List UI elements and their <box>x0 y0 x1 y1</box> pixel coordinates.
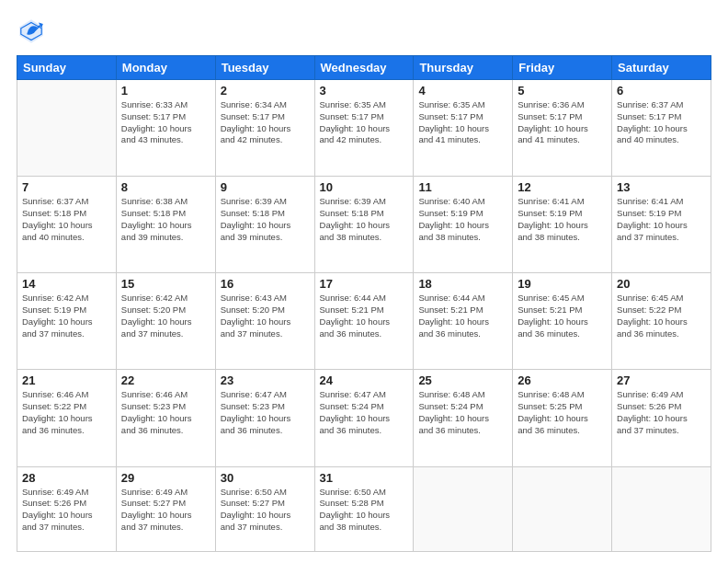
day-number: 4 <box>418 84 507 98</box>
calendar-cell: 27Sunrise: 6:49 AM Sunset: 5:26 PM Dayli… <box>612 370 711 466</box>
day-number: 16 <box>221 277 310 291</box>
day-number: 31 <box>320 471 409 485</box>
calendar-week-3: 14Sunrise: 6:42 AM Sunset: 5:19 PM Dayli… <box>17 273 711 370</box>
day-number: 18 <box>418 277 507 291</box>
day-info: Sunrise: 6:33 AM Sunset: 5:17 PM Dayligh… <box>121 99 210 146</box>
calendar-cell: 23Sunrise: 6:47 AM Sunset: 5:23 PM Dayli… <box>215 370 314 466</box>
day-info: Sunrise: 6:41 AM Sunset: 5:19 PM Dayligh… <box>518 196 607 243</box>
calendar-cell: 13Sunrise: 6:41 AM Sunset: 5:19 PM Dayli… <box>612 177 711 273</box>
day-number: 5 <box>518 84 607 98</box>
calendar-cell: 22Sunrise: 6:46 AM Sunset: 5:23 PM Dayli… <box>116 370 215 466</box>
day-number: 20 <box>617 277 706 291</box>
day-info: Sunrise: 6:48 AM Sunset: 5:25 PM Dayligh… <box>518 389 607 436</box>
calendar-cell: 30Sunrise: 6:50 AM Sunset: 5:27 PM Dayli… <box>215 466 314 551</box>
day-info: Sunrise: 6:48 AM Sunset: 5:24 PM Dayligh… <box>418 389 507 436</box>
day-number: 2 <box>221 84 310 98</box>
calendar-cell: 11Sunrise: 6:40 AM Sunset: 5:19 PM Dayli… <box>414 177 513 273</box>
day-number: 6 <box>617 84 706 98</box>
calendar-header-thursday: Thursday <box>414 56 513 80</box>
calendar-header-row: SundayMondayTuesdayWednesdayThursdayFrid… <box>17 56 711 80</box>
day-number: 26 <box>518 373 607 387</box>
calendar-cell: 9Sunrise: 6:39 AM Sunset: 5:18 PM Daylig… <box>215 177 314 273</box>
day-number: 17 <box>320 277 409 291</box>
calendar-cell: 15Sunrise: 6:42 AM Sunset: 5:20 PM Dayli… <box>116 273 215 370</box>
day-number: 28 <box>22 471 111 485</box>
day-number: 21 <box>22 373 111 387</box>
day-number: 1 <box>121 84 210 98</box>
day-info: Sunrise: 6:44 AM Sunset: 5:21 PM Dayligh… <box>320 293 409 339</box>
day-info: Sunrise: 6:37 AM Sunset: 5:17 PM Dayligh… <box>617 99 706 146</box>
day-number: 24 <box>320 373 409 387</box>
day-number: 23 <box>221 373 310 387</box>
calendar-header-monday: Monday <box>116 56 215 80</box>
calendar-cell: 26Sunrise: 6:48 AM Sunset: 5:25 PM Dayli… <box>513 370 612 466</box>
calendar-cell: 2Sunrise: 6:34 AM Sunset: 5:17 PM Daylig… <box>215 80 314 177</box>
day-info: Sunrise: 6:46 AM Sunset: 5:22 PM Dayligh… <box>22 389 111 436</box>
logo <box>17 17 51 46</box>
day-info: Sunrise: 6:42 AM Sunset: 5:20 PM Dayligh… <box>121 293 210 339</box>
calendar-table: SundayMondayTuesdayWednesdayThursdayFrid… <box>17 55 711 552</box>
day-info: Sunrise: 6:47 AM Sunset: 5:23 PM Dayligh… <box>221 389 310 436</box>
calendar-cell: 25Sunrise: 6:48 AM Sunset: 5:24 PM Dayli… <box>414 370 513 466</box>
calendar-cell: 31Sunrise: 6:50 AM Sunset: 5:28 PM Dayli… <box>314 466 414 551</box>
day-info: Sunrise: 6:42 AM Sunset: 5:19 PM Dayligh… <box>22 293 111 339</box>
day-info: Sunrise: 6:34 AM Sunset: 5:17 PM Dayligh… <box>221 99 310 146</box>
day-info: Sunrise: 6:50 AM Sunset: 5:28 PM Dayligh… <box>320 487 409 534</box>
calendar-cell: 12Sunrise: 6:41 AM Sunset: 5:19 PM Dayli… <box>513 177 612 273</box>
day-info: Sunrise: 6:45 AM Sunset: 5:21 PM Dayligh… <box>518 293 607 339</box>
calendar-header-wednesday: Wednesday <box>314 56 414 80</box>
calendar-week-5: 28Sunrise: 6:49 AM Sunset: 5:26 PM Dayli… <box>17 466 711 551</box>
calendar-week-2: 7Sunrise: 6:37 AM Sunset: 5:18 PM Daylig… <box>17 177 711 273</box>
calendar-cell: 28Sunrise: 6:49 AM Sunset: 5:26 PM Dayli… <box>17 466 117 551</box>
day-number: 27 <box>617 373 706 387</box>
day-info: Sunrise: 6:35 AM Sunset: 5:17 PM Dayligh… <box>418 99 507 146</box>
logo-icon <box>17 17 46 46</box>
day-info: Sunrise: 6:41 AM Sunset: 5:19 PM Dayligh… <box>617 196 706 243</box>
day-number: 11 <box>418 180 507 194</box>
day-number: 13 <box>617 180 706 194</box>
calendar-cell: 24Sunrise: 6:47 AM Sunset: 5:24 PM Dayli… <box>314 370 414 466</box>
calendar-cell: 10Sunrise: 6:39 AM Sunset: 5:18 PM Dayli… <box>314 177 414 273</box>
day-number: 22 <box>121 373 210 387</box>
day-number: 15 <box>121 277 210 291</box>
day-info: Sunrise: 6:37 AM Sunset: 5:18 PM Dayligh… <box>22 196 111 243</box>
day-number: 12 <box>518 180 607 194</box>
calendar-cell: 20Sunrise: 6:45 AM Sunset: 5:22 PM Dayli… <box>612 273 711 370</box>
day-info: Sunrise: 6:47 AM Sunset: 5:24 PM Dayligh… <box>320 389 409 436</box>
calendar-cell: 3Sunrise: 6:35 AM Sunset: 5:17 PM Daylig… <box>314 80 414 177</box>
calendar-cell <box>513 466 612 551</box>
calendar-header-tuesday: Tuesday <box>215 56 314 80</box>
day-info: Sunrise: 6:45 AM Sunset: 5:22 PM Dayligh… <box>617 293 706 339</box>
day-info: Sunrise: 6:40 AM Sunset: 5:19 PM Dayligh… <box>418 196 507 243</box>
calendar-cell: 6Sunrise: 6:37 AM Sunset: 5:17 PM Daylig… <box>612 80 711 177</box>
day-number: 7 <box>22 180 111 194</box>
calendar-cell: 29Sunrise: 6:49 AM Sunset: 5:27 PM Dayli… <box>116 466 215 551</box>
day-number: 29 <box>121 471 210 485</box>
day-number: 19 <box>518 277 607 291</box>
calendar-cell: 19Sunrise: 6:45 AM Sunset: 5:21 PM Dayli… <box>513 273 612 370</box>
calendar-cell: 16Sunrise: 6:43 AM Sunset: 5:20 PM Dayli… <box>215 273 314 370</box>
day-number: 30 <box>221 471 310 485</box>
calendar-cell: 8Sunrise: 6:38 AM Sunset: 5:18 PM Daylig… <box>116 177 215 273</box>
page: SundayMondayTuesdayWednesdayThursdayFrid… <box>0 0 728 563</box>
calendar-cell: 21Sunrise: 6:46 AM Sunset: 5:22 PM Dayli… <box>17 370 117 466</box>
calendar-cell: 18Sunrise: 6:44 AM Sunset: 5:21 PM Dayli… <box>414 273 513 370</box>
calendar-week-1: 1Sunrise: 6:33 AM Sunset: 5:17 PM Daylig… <box>17 80 711 177</box>
day-info: Sunrise: 6:36 AM Sunset: 5:17 PM Dayligh… <box>518 99 607 146</box>
calendar-header-sunday: Sunday <box>17 56 117 80</box>
calendar-cell <box>17 80 117 177</box>
calendar-header-saturday: Saturday <box>612 56 711 80</box>
calendar-cell: 4Sunrise: 6:35 AM Sunset: 5:17 PM Daylig… <box>414 80 513 177</box>
day-info: Sunrise: 6:43 AM Sunset: 5:20 PM Dayligh… <box>221 293 310 339</box>
calendar-cell: 17Sunrise: 6:44 AM Sunset: 5:21 PM Dayli… <box>314 273 414 370</box>
calendar-week-4: 21Sunrise: 6:46 AM Sunset: 5:22 PM Dayli… <box>17 370 711 466</box>
day-info: Sunrise: 6:49 AM Sunset: 5:26 PM Dayligh… <box>617 389 706 436</box>
day-number: 14 <box>22 277 111 291</box>
day-info: Sunrise: 6:44 AM Sunset: 5:21 PM Dayligh… <box>418 293 507 339</box>
header <box>17 17 711 46</box>
calendar-cell <box>612 466 711 551</box>
calendar-cell: 14Sunrise: 6:42 AM Sunset: 5:19 PM Dayli… <box>17 273 117 370</box>
day-info: Sunrise: 6:39 AM Sunset: 5:18 PM Dayligh… <box>221 196 310 243</box>
day-number: 10 <box>320 180 409 194</box>
day-info: Sunrise: 6:38 AM Sunset: 5:18 PM Dayligh… <box>121 196 210 243</box>
